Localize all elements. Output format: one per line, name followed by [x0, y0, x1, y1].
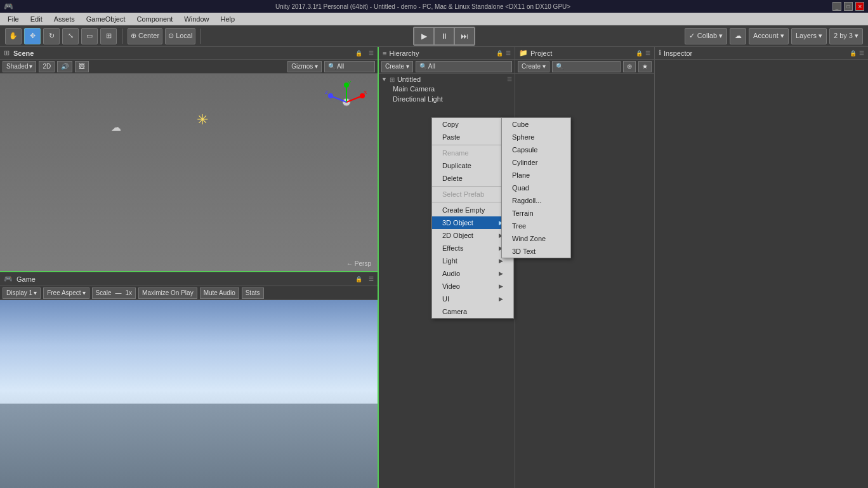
- maximize-on-play-button[interactable]: Maximize On Play: [138, 287, 197, 299]
- scene-more-icon[interactable]: ☰: [369, 50, 374, 56]
- hierarchy-toolbar: Create ▾ 🔍 All: [379, 60, 515, 74]
- game-sky: [0, 300, 378, 413]
- layers-label: Layers ▾: [796, 32, 822, 40]
- ctx-camera-label: Camera: [442, 308, 467, 315]
- scene-canvas[interactable]: ✳ ☁ X Y: [0, 74, 378, 271]
- game-panel-icon: 🎮: [4, 275, 13, 283]
- ctx-delete-label: Delete: [442, 175, 463, 182]
- submenu-cylinder[interactable]: Cylinder: [502, 156, 570, 169]
- menu-bar: File Edit Assets GameObject Component Wi…: [0, 13, 868, 25]
- layers-button[interactable]: Layers ▾: [791, 28, 827, 44]
- submenu-terrain[interactable]: Terrain: [502, 207, 570, 220]
- project-search-icon: 🔍: [556, 63, 563, 70]
- scene-sun-icon: ✳: [197, 112, 208, 128]
- shaded-dropdown[interactable]: Shaded ▾: [3, 61, 36, 72]
- maximize-button[interactable]: □: [844, 2, 853, 11]
- ctx-video[interactable]: Video ▶: [432, 280, 513, 293]
- submenu-ragdoll[interactable]: Ragdoll...: [502, 194, 570, 207]
- scale-value: 1x: [126, 289, 133, 296]
- submenu-capsule[interactable]: Capsule: [502, 143, 570, 156]
- aspect-dropdown[interactable]: Free Aspect ▾: [43, 287, 89, 299]
- menu-file[interactable]: File: [3, 14, 24, 24]
- play-button[interactable]: ▶: [414, 27, 434, 45]
- scene-toolbar: Shaded ▾ 2D 🔊 🖼 Gizmos ▾ 🔍 All: [0, 60, 378, 74]
- menu-assets[interactable]: Assets: [49, 14, 80, 24]
- project-search[interactable]: 🔍: [552, 61, 621, 72]
- ctx-paste-label: Paste: [442, 133, 460, 141]
- submenu-3d-text[interactable]: 3D Text: [502, 245, 570, 258]
- shaded-arrow: ▾: [29, 63, 32, 70]
- hierarchy-collapse-arrow[interactable]: ▼: [381, 76, 387, 82]
- scene-audio-btn[interactable]: 🔊: [57, 61, 72, 72]
- svg-text:X: X: [364, 89, 367, 95]
- scale-tool-button[interactable]: ⤡: [62, 28, 79, 44]
- submenu-plane[interactable]: Plane: [502, 169, 570, 181]
- submenu-cube[interactable]: Cube: [502, 118, 570, 131]
- inspector-lock-icon[interactable]: 🔒: [850, 50, 857, 56]
- inspector-more-icon[interactable]: ☰: [859, 50, 864, 56]
- minimize-button[interactable]: _: [832, 2, 841, 11]
- rotate-tool-button[interactable]: ↻: [43, 28, 60, 44]
- menu-window[interactable]: Window: [179, 14, 214, 24]
- hierarchy-lock-icon[interactable]: 🔒: [496, 50, 503, 56]
- submenu-sphere[interactable]: Sphere: [502, 131, 570, 143]
- center-button[interactable]: ⊕ Center: [128, 28, 162, 44]
- submenu-quad[interactable]: Quad: [502, 181, 570, 194]
- hierarchy-header: ≡ Hierarchy 🔒 ☰: [379, 47, 515, 60]
- hierarchy-search[interactable]: 🔍 All: [416, 61, 512, 72]
- hierarchy-item-directionallight[interactable]: Directional Light: [380, 94, 513, 104]
- ctx-audio[interactable]: Audio ▶: [432, 267, 513, 280]
- local-button[interactable]: ⊙ Local: [165, 28, 195, 44]
- layout-label: 2 by 3 ▾: [834, 32, 858, 40]
- project-create-button[interactable]: Create ▾: [518, 61, 549, 72]
- ctx-ui[interactable]: UI ▶: [432, 293, 513, 305]
- stats-button[interactable]: Stats: [242, 287, 264, 299]
- ctx-audio-arrow: ▶: [499, 270, 503, 277]
- account-button[interactable]: Account ▾: [749, 28, 789, 44]
- scene-lock-icon[interactable]: 🔒: [355, 50, 362, 56]
- ctx-camera[interactable]: Camera: [432, 305, 513, 318]
- game-canvas[interactable]: [0, 300, 378, 488]
- menu-gameobject[interactable]: GameObject: [81, 14, 131, 24]
- multi-tool-button[interactable]: ⊞: [100, 28, 117, 44]
- cloud-button[interactable]: ☁: [730, 28, 746, 44]
- submenu-wind-zone[interactable]: Wind Zone: [502, 232, 570, 245]
- scene-cloud-icon: ☁: [111, 121, 121, 133]
- game-ground: [0, 404, 378, 488]
- hand-tool-button[interactable]: ✋: [5, 28, 22, 44]
- inspector-panel: ℹ Inspector 🔒 ☰: [655, 47, 868, 488]
- game-more-icon[interactable]: ☰: [369, 276, 374, 282]
- step-button[interactable]: ⏭: [454, 27, 475, 45]
- hierarchy-item-maincamera[interactable]: Main Camera: [380, 84, 513, 94]
- hierarchy-create-button[interactable]: Create ▾: [381, 61, 413, 72]
- submenu-tree[interactable]: Tree: [502, 220, 570, 232]
- menu-component[interactable]: Component: [131, 14, 178, 24]
- project-star-btn[interactable]: ★: [638, 61, 652, 72]
- svg-text:Z: Z: [325, 89, 328, 95]
- gizmos-dropdown[interactable]: Gizmos ▾: [287, 61, 322, 72]
- game-panel-title: Game: [16, 275, 36, 283]
- collab-button[interactable]: ✓ Collab ▾: [685, 28, 727, 44]
- project-more-icon[interactable]: ☰: [645, 50, 650, 56]
- game-lock-icon[interactable]: 🔒: [355, 276, 362, 282]
- 2d-button[interactable]: 2D: [39, 61, 55, 72]
- hierarchy-scene-options[interactable]: ☰: [507, 76, 512, 82]
- account-label: Account ▾: [753, 32, 784, 40]
- left-panel: ⊞ Scene 🔒 ☰ Shaded ▾ 2D 🔊 🖼 Gizmos ▾: [0, 47, 379, 488]
- project-lock-icon[interactable]: 🔒: [636, 50, 643, 56]
- rect-tool-button[interactable]: ▭: [81, 28, 98, 44]
- layout-button[interactable]: 2 by 3 ▾: [829, 28, 863, 44]
- scene-image-btn[interactable]: 🖼: [75, 61, 89, 72]
- hierarchy-more-icon[interactable]: ☰: [506, 50, 511, 56]
- close-button[interactable]: ✕: [855, 2, 864, 11]
- scale-control[interactable]: Scale — 1x: [92, 287, 136, 299]
- pause-button[interactable]: ⏸: [434, 27, 454, 45]
- project-filter-btn[interactable]: ⊛: [623, 61, 636, 72]
- scene-search[interactable]: 🔍 All: [324, 61, 375, 72]
- menu-edit[interactable]: Edit: [25, 14, 48, 24]
- display-dropdown[interactable]: Display 1 ▾: [3, 287, 41, 299]
- mute-audio-button[interactable]: Mute Audio: [200, 287, 239, 299]
- move-tool-button[interactable]: ✥: [24, 28, 41, 44]
- collab-label: Collab ▾: [697, 32, 723, 40]
- menu-help[interactable]: Help: [215, 14, 240, 24]
